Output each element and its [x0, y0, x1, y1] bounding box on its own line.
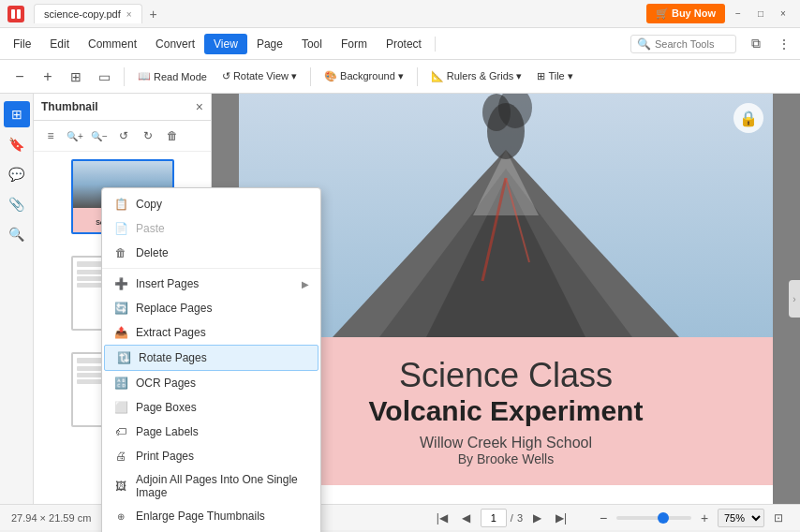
expand-btn[interactable]: ⧉ — [744, 32, 768, 56]
thumbnail-close-btn[interactable]: × — [196, 99, 203, 114]
read-mode-btn[interactable]: 📖 Read Mode — [132, 67, 213, 85]
tile-btn[interactable]: ⊞ Tile ▾ — [531, 67, 578, 85]
page-labels-icon: 🏷 — [113, 424, 128, 439]
toolbar: − + ⊞ ▭ 📖 Read Mode ↺ Rotate View ▾ 🎨 Ba… — [0, 60, 800, 94]
zoom-in-btn[interactable]: + — [695, 509, 714, 527]
ctx-print-pages[interactable]: 🖨 Print Pages — [102, 444, 320, 468]
prev-page-btn[interactable]: ◀ — [456, 508, 477, 528]
close-button[interactable]: × — [774, 4, 793, 22]
tile-icon: ⊞ — [537, 70, 545, 82]
thumb-rotate-ccw-btn[interactable]: ↺ — [112, 125, 135, 147]
extract-icon: 📤 — [113, 325, 128, 340]
menu-form[interactable]: Form — [332, 34, 377, 54]
submenu-arrow: ▶ — [302, 279, 309, 289]
ctx-extract-pages[interactable]: 📤 Extract Pages — [102, 320, 320, 345]
tab-bar: science-copy.pdf × + — [30, 3, 169, 25]
thumb-delete-btn[interactable]: 🗑 — [161, 125, 184, 147]
ctx-ocr-pages[interactable]: 🔠 OCR Pages — [102, 371, 320, 395]
menubar: File Edit Comment Convert View Page Tool… — [0, 28, 800, 60]
total-pages: 3 — [517, 512, 523, 524]
window-controls: 🛒 Buy Now − □ × — [646, 4, 793, 23]
print-icon: 🖨 — [113, 449, 128, 464]
rotate-view-btn[interactable]: ↺ Rotate View ▾ — [216, 67, 303, 85]
nav-controls: |◀ ◀ / 3 ▶ ▶| — [432, 508, 571, 528]
ctx-delete[interactable]: 🗑 Delete — [102, 241, 320, 265]
menu-file[interactable]: File — [4, 34, 40, 54]
current-tab[interactable]: science-copy.pdf × — [34, 4, 142, 23]
ctx-replace-pages[interactable]: 🔄 Replace Pages — [102, 296, 320, 320]
svg-rect-0 — [11, 9, 15, 19]
paste-icon: 📄 — [113, 221, 128, 236]
rulers-btn[interactable]: 📐 Rulers & Grids ▾ — [425, 67, 528, 85]
thumb-zoom-in-btn[interactable]: 🔍+ — [64, 125, 86, 147]
zoom-in-btn[interactable]: + — [36, 65, 60, 89]
page-dimensions: 27.94 × 21.59 cm — [11, 512, 91, 524]
tab-close-btn[interactable]: × — [126, 9, 132, 20]
menu-edit[interactable]: Edit — [40, 34, 79, 54]
zoom-out-btn[interactable]: − — [594, 509, 613, 527]
single-page-btn[interactable]: ▭ — [92, 65, 116, 89]
search-icon: 🔍 — [637, 37, 651, 51]
menu-view[interactable]: View — [204, 34, 247, 54]
maximize-button[interactable]: □ — [751, 4, 770, 22]
thumbnail-toolbar: ≡ 🔍+ 🔍− ↺ ↻ 🗑 — [34, 121, 211, 152]
ctx-reduce-thumbnails[interactable]: ⊖ Reduce Page Thumbnails — [102, 528, 320, 532]
sidebar-icon-search[interactable]: 🔍 — [4, 221, 30, 247]
ctx-insert-pages[interactable]: ➕ Insert Pages ▶ — [102, 272, 320, 296]
menu-page[interactable]: Page — [247, 34, 292, 54]
page-separator: / — [511, 512, 513, 524]
first-page-btn[interactable]: |◀ — [432, 508, 452, 528]
last-page-btn[interactable]: ▶| — [551, 508, 571, 528]
insert-icon: ➕ — [113, 276, 128, 291]
rotate-icon: ↺ — [222, 70, 230, 82]
new-tab-button[interactable]: + — [142, 3, 165, 25]
rotate-pages-icon: 🔃 — [116, 350, 131, 365]
zoom-thumb[interactable] — [658, 512, 669, 524]
menu-convert[interactable]: Convert — [146, 34, 204, 54]
sidebar-icon-thumbnail[interactable]: ⊞ — [4, 101, 30, 127]
ctx-copy[interactable]: 📋 Copy — [102, 192, 320, 216]
ctx-rotate-pages[interactable]: 🔃 Rotate Pages — [104, 345, 319, 371]
ctx-page-boxes[interactable]: ⬜ Page Boxes — [102, 395, 320, 420]
ocr-icon: 🔠 — [113, 376, 128, 391]
ctx-enlarge-thumbnails[interactable]: ⊕ Enlarge Page Thumbnails — [102, 504, 320, 528]
ctx-page-labels[interactable]: 🏷 Page Labels — [102, 420, 320, 444]
search-input[interactable] — [655, 38, 730, 50]
ctx-adjoin[interactable]: 🖼 Adjoin All Pages Into One Single Image — [102, 468, 320, 504]
toolbar-sep-3 — [417, 67, 418, 86]
sidebar-icons: ⊞ 🔖 💬 📎 🔍 — [0, 94, 34, 504]
thumb-menu-btn[interactable]: ≡ — [39, 125, 62, 147]
ctx-paste: 📄 Paste — [102, 216, 320, 241]
page-number-input[interactable] — [481, 509, 507, 527]
minimize-button[interactable]: − — [729, 4, 748, 22]
thumb-rotate-cw-btn[interactable]: ↻ — [137, 125, 159, 147]
svg-rect-1 — [17, 9, 21, 19]
delete-icon: 🗑 — [113, 245, 128, 260]
pdf-author: By Brooke Wells — [258, 451, 754, 466]
next-page-btn[interactable]: ▶ — [526, 508, 547, 528]
zoom-select[interactable]: 75% 100% 125% 150% — [718, 509, 764, 527]
collapse-handle[interactable]: › — [789, 280, 800, 318]
read-mode-icon: 📖 — [138, 70, 151, 82]
rulers-icon: 📐 — [431, 70, 444, 82]
menu-protect[interactable]: Protect — [377, 34, 431, 54]
more-btn[interactable]: ⋮ — [772, 32, 796, 56]
sidebar-icon-comment[interactable]: 💬 — [4, 161, 30, 187]
menu-comment[interactable]: Comment — [79, 34, 146, 54]
pdf-title: Science Class — [258, 356, 754, 395]
zoom-slider[interactable] — [616, 516, 691, 520]
buy-now-button[interactable]: 🛒 Buy Now — [646, 4, 725, 23]
background-icon: 🎨 — [324, 70, 337, 82]
thumbnail-view-btn[interactable]: ⊞ — [64, 65, 88, 89]
thumb-zoom-out-btn[interactable]: 🔍− — [88, 125, 111, 147]
pdf-school: Willow Creek High School — [258, 435, 754, 451]
menu-tool[interactable]: Tool — [292, 34, 332, 54]
sidebar-icon-attachment[interactable]: 📎 — [4, 191, 30, 217]
ctx-sep-1 — [102, 268, 320, 269]
sidebar-icon-bookmark[interactable]: 🔖 — [4, 131, 30, 157]
thumbnail-title: Thumbnail — [41, 100, 98, 113]
fit-page-btn[interactable]: ⊡ — [768, 508, 789, 528]
thumbnail-header: Thumbnail × — [34, 94, 211, 121]
zoom-out-btn[interactable]: − — [7, 65, 32, 89]
background-btn[interactable]: 🎨 Background ▾ — [319, 67, 409, 85]
